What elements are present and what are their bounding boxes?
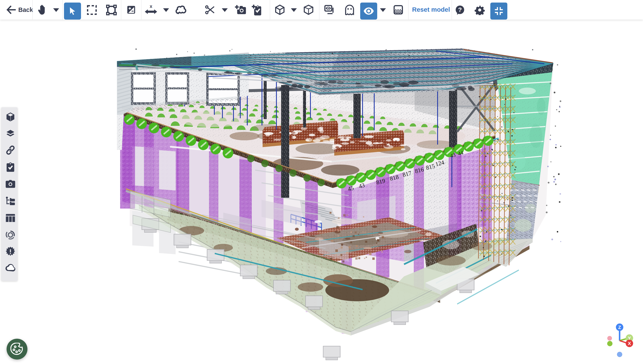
svg-text:x: x [150, 4, 152, 9]
svg-text:X: X [628, 341, 631, 346]
svg-text:Z: Z [618, 325, 621, 330]
svg-text:?: ? [458, 6, 462, 13]
